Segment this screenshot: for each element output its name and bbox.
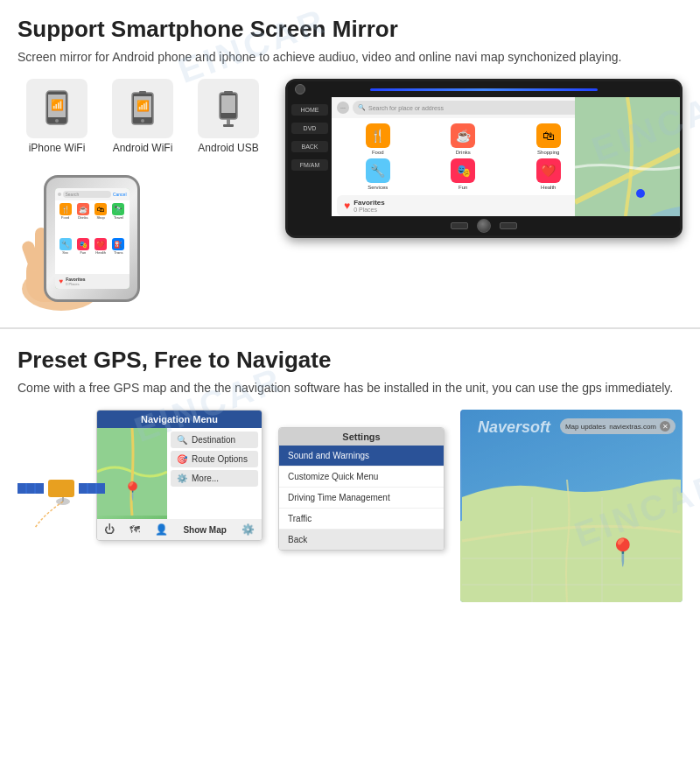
car-unit-main: HOME DVD BACK FM/AM ··· 🔍 Search for pla… [288,97,680,216]
phone-nav-dot1 [58,193,61,196]
favorites-heart-icon: ♥ [344,200,350,212]
section-divider [0,327,700,329]
svg-point-22 [636,189,645,198]
phone-icon-shop-circle: 🛍 [94,203,107,215]
svg-point-7 [141,119,144,123]
carplay-shopping-label: Shopping [537,150,559,155]
svg-rect-11 [224,91,233,94]
search-icon: 🔍 [358,104,366,111]
settings-item-quick[interactable]: Customize Quick Menu [279,467,444,488]
watermark-text: EINCAR [173,1,332,91]
svg-text:📶: 📶 [136,99,150,112]
carplay-icon-services[interactable]: 🔧 Services [337,158,419,190]
gps-map-location-pin: 📍 [606,537,639,567]
carplay-fun-circle: 🎭 [451,158,475,183]
car-btn-home[interactable]: HOME [291,104,328,116]
phone-screen: Search Cancel 🍴Food ☕Drinks 🛍Shop 🔭Trave… [55,188,130,289]
phone-icon-shop: 🛍Shop [93,203,108,236]
nav-profile-icon: 👤 [155,523,168,536]
phone-fav-sub: 0 Places [66,282,85,286]
carplay-drinks-label: Drinks [456,150,471,155]
phone-icon-trans: ⛽Trans [110,238,126,271]
destination-label: Destination [192,435,235,445]
phone-icon-drinks-circle: ☕ [77,203,89,215]
settings-back-button[interactable]: Back [279,530,444,550]
carplay-icon-drinks[interactable]: ☕ Drinks [423,123,505,155]
route-icon: 🎯 [176,454,188,464]
phone-search-bar: Search [63,191,111,198]
car-btn-back[interactable]: BACK [291,141,328,152]
svg-rect-24 [48,480,74,497]
android-usb-label: Android USB [198,142,258,154]
phone-icon-fun-label: Fun [80,250,86,255]
gps-roads-svg [460,410,682,602]
mirror-left-panel: 📶 iPhone WiFi 📶 [18,79,268,315]
car-unit-sidebar: HOME DVD BACK FM/AM [288,97,332,216]
phone-grid: 🍴Food ☕Drinks 🛍Shop 🔭Travel 🔧Svc 🎭Fun ❤️… [55,200,130,274]
section2-desc: Come with a free GPS map and the the nav… [18,379,682,397]
svg-rect-6 [139,91,146,94]
phone-icon-food-circle: 🍴 [60,203,72,215]
phone-favorites: ♥ Favorites 0 Places [55,274,130,289]
svg-point-2 [55,119,59,123]
svg-rect-13 [223,124,234,127]
mirror-content: 📶 iPhone WiFi 📶 [18,79,682,315]
nav-menu-header: Navigation Menu [97,411,262,428]
car-screen: ··· 🔍 Search for place or address Cancel… [332,97,680,216]
nav-map-pin-icon: 📍 [122,481,144,502]
carplay-food-label: Food [372,150,384,155]
map-update-close[interactable]: ✕ [660,421,670,432]
phone-icon-food: 🍴Food [58,203,74,236]
gps-content-area: Navigation Menu 📍 🔍 Destination [18,410,682,602]
nav-map-svg [97,428,167,516]
android-usb-icon [211,89,246,128]
phone-icon-travel-label: Travel [114,215,123,220]
phone-icon-drinks: ☕Drinks [75,203,91,236]
nav-menu-destination[interactable]: 🔍 Destination [171,432,258,448]
android-wifi-icon-box: 📶 [112,79,173,138]
phone-icon-travel-circle: 🔭 [112,203,124,215]
section1-desc: Screen mirror for Android phone and ipho… [18,48,682,67]
car-power-button[interactable] [295,84,305,95]
nav-menu-more[interactable]: ⚙️ More... [171,470,258,487]
svg-text:📶: 📶 [51,98,64,111]
carplay-food-circle: 🍴 [366,123,390,148]
iphone-wifi-item: 📶 iPhone WiFi [18,79,96,154]
nav-map2-icon: 🗺 [130,523,140,536]
settings-item-driving[interactable]: Driving Time Management [279,488,444,509]
phone-fav-heart: ♥ [60,277,64,285]
carplay-health-label: Health [541,185,556,190]
show-map-label: Show Map [183,525,226,535]
carplay-health-circle: ❤️ [536,158,561,183]
phone-icon-health: ❤️Health [93,238,108,271]
carplay-icon-food[interactable]: 🍴 Food [337,123,419,155]
car-map-overlay: 7° [575,97,680,216]
settings-item-sound[interactable]: Sound and Warnings [279,446,444,467]
nav-settings-icon: ⚙️ [242,523,255,536]
favorites-sub: 0 Places [354,207,385,213]
car-led-strip [370,88,597,91]
iphone-wifi-icon-box: 📶 [26,79,88,138]
gps-map-update-notice: Map updates naviextras.com ✕ [560,418,676,434]
car-btn-fmam[interactable]: FM/AM [291,159,328,171]
section1-title: Support Smartphone Screen Mirror [18,16,682,43]
car-btn-dvd[interactable]: DVD [291,123,328,134]
favorites-label: Favorites [354,199,385,207]
car-volume-knob[interactable] [477,219,491,233]
android-usb-icon-box [198,79,259,138]
car-head-unit: HOME DVD BACK FM/AM ··· 🔍 Search for pla… [285,79,682,238]
phone-icon-trans-circle: ⛽ [112,238,124,250]
nav-power-icon: ⏻ [104,523,115,536]
car-usb-port2 [500,222,517,229]
destination-icon: 🔍 [176,435,188,445]
more-label: More... [192,474,219,483]
carplay-dots: ··· [337,102,349,114]
nav-menu-route[interactable]: 🎯 Route Options [171,451,258,467]
car-usb-port [451,222,468,229]
route-label: Route Options [192,454,248,464]
phone-screen-inner: Search Cancel 🍴Food ☕Drinks 🛍Shop 🔭Trave… [55,188,130,289]
carplay-icon-fun[interactable]: 🎭 Fun [423,158,505,190]
nav-menu-body: 📍 🔍 Destination 🎯 Route Options ⚙️ [97,428,262,519]
settings-item-traffic[interactable]: Traffic [279,509,444,530]
nav-menu-box: Navigation Menu 📍 🔍 Destination [96,410,262,541]
